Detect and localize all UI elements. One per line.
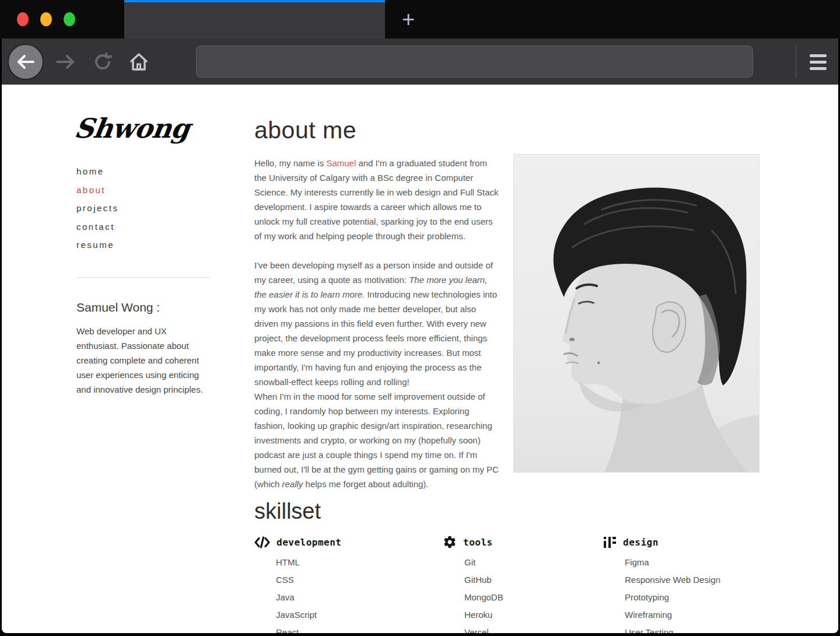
reload-button[interactable] — [88, 39, 117, 85]
skill-item: User Testing — [625, 627, 720, 633]
back-button[interactable] — [6, 39, 45, 85]
forward-icon — [55, 54, 75, 70]
close-window-button[interactable] — [17, 12, 29, 26]
skill-item: Vercel — [464, 627, 503, 633]
skill-item: Heroku — [464, 610, 503, 627]
gear-icon — [443, 535, 457, 549]
name-highlight: Samuel — [326, 158, 356, 168]
active-tab-indicator — [124, 0, 385, 2]
browser-titlebar: + — [0, 0, 840, 39]
nav-item-resume[interactable]: resume — [76, 240, 114, 250]
home-button[interactable] — [124, 39, 153, 85]
skill-column-label: tools — [463, 537, 493, 548]
skill-column-design: design Figma Responsive Web Design Proto… — [603, 534, 720, 633]
toolbar-divider — [796, 46, 796, 78]
skill-item: Java — [276, 592, 341, 610]
forward-button[interactable] — [51, 39, 80, 85]
site-logo[interactable]: Shwong — [72, 113, 191, 144]
sidebar-bio: Web developer and UX enthusiast. Passion… — [76, 324, 207, 397]
webpage-content: Shwong home about projects contact resum… — [2, 85, 838, 633]
nav-item-contact[interactable]: contact — [76, 222, 115, 232]
skillset-title: skillset — [254, 499, 321, 524]
about-paragraph-3: When I'm in the mood for some self impro… — [254, 389, 500, 491]
browser-toolbar — [0, 39, 840, 85]
page-title: about me — [254, 117, 356, 144]
hamburger-icon — [810, 54, 827, 57]
skill-item: Figma — [625, 557, 720, 575]
nav-item-projects[interactable]: projects — [76, 203, 119, 213]
skill-column-label: development — [276, 537, 341, 548]
sidebar-name-heading: Samuel Wong : — [76, 300, 160, 314]
design-icon — [603, 537, 617, 548]
address-bar — [196, 46, 753, 78]
home-icon — [129, 53, 149, 71]
url-input[interactable] — [197, 46, 752, 77]
skill-column-tools: tools Git GitHub MongoDB Heroku Vercel — [443, 534, 503, 633]
sidebar-divider — [76, 277, 209, 278]
skill-item: Git — [464, 557, 503, 575]
skill-item: JavaScript — [276, 610, 341, 627]
nav-item-about[interactable]: about — [76, 185, 106, 195]
skill-item: CSS — [276, 575, 341, 592]
code-icon — [254, 536, 270, 548]
minimize-window-button[interactable] — [40, 12, 52, 26]
skill-item: Prototyping — [625, 592, 720, 610]
skill-item: HTML — [276, 557, 341, 575]
menu-button[interactable] — [807, 51, 828, 72]
browser-window: + Shwong home about proj — [0, 0, 840, 636]
nav-item-home[interactable]: home — [76, 166, 104, 176]
profile-photo — [513, 154, 760, 473]
skill-column-development: development HTML CSS Java JavaScript Rea… — [254, 534, 341, 633]
reload-icon — [93, 53, 112, 71]
sidebar-nav: home about projects contact resume — [76, 166, 119, 258]
skill-item: GitHub — [464, 575, 503, 592]
skill-item: MongoDB — [464, 592, 503, 610]
about-paragraph-1: Hello, my name is Samuel and I'm a gradu… — [254, 156, 500, 243]
skill-item: React — [276, 627, 341, 633]
back-icon — [8, 44, 44, 80]
new-tab-button[interactable]: + — [396, 7, 421, 33]
browser-tab-active[interactable] — [124, 0, 385, 39]
window-controls — [17, 12, 75, 26]
about-paragraph-2: I've been developing myself as a person … — [254, 258, 500, 389]
skill-item: Responsive Web Design — [625, 575, 720, 592]
skill-item: Wireframing — [625, 610, 720, 627]
skill-column-label: design — [623, 537, 659, 548]
zoom-window-button[interactable] — [64, 12, 75, 26]
